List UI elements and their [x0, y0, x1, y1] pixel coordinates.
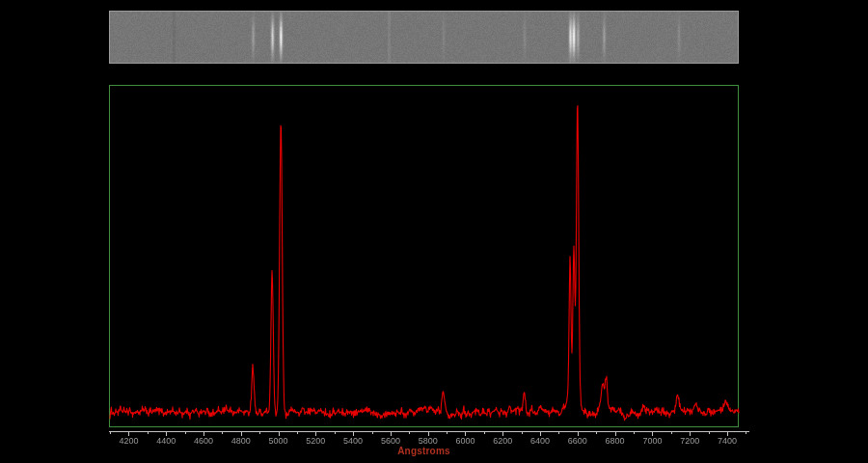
x-axis-minor-tick	[746, 432, 746, 434]
x-tick-label: 6600	[568, 436, 587, 446]
x-tick-label: 7000	[642, 436, 662, 446]
x-axis-major-tick	[540, 432, 541, 436]
x-axis-minor-tick	[484, 432, 485, 434]
x-tick-label: 7400	[718, 436, 737, 446]
x-axis-major-tick	[465, 432, 466, 436]
x-axis-major-tick	[241, 432, 242, 436]
x-axis-minor-tick	[522, 432, 523, 434]
x-axis-major-tick	[578, 432, 579, 436]
x-tick-label: 5600	[381, 436, 400, 446]
x-axis-minor-tick	[409, 432, 410, 434]
x-axis-minor-tick	[671, 432, 672, 434]
x-axis-line	[109, 431, 749, 432]
x-axis-minor-tick	[222, 432, 223, 434]
x-tick-label: 4600	[194, 436, 213, 446]
x-axis-major-tick	[353, 432, 354, 436]
x-axis-major-tick	[279, 432, 280, 436]
x-axis-major-tick	[690, 432, 691, 436]
spectroscopy-app-screen: 4200440046004800500052005400560058006000…	[0, 0, 868, 463]
x-axis-major-tick	[391, 432, 392, 436]
x-axis-major-tick	[203, 432, 204, 436]
x-axis-minor-tick	[148, 432, 149, 434]
x-tick-label: 7200	[680, 436, 699, 446]
x-tick-label: 4200	[119, 436, 138, 446]
x-axis-minor-tick	[259, 432, 260, 434]
x-axis-minor-tick	[709, 432, 710, 434]
x-axis-major-tick	[502, 432, 503, 436]
x-tick-label: 5000	[269, 436, 288, 446]
plot-frame[interactable]	[109, 85, 739, 427]
x-axis-minor-tick	[335, 432, 336, 434]
x-axis-major-tick	[315, 432, 316, 436]
x-axis-minor-tick	[297, 432, 298, 434]
x-tick-label: 5800	[419, 436, 438, 446]
x-axis-minor-tick	[110, 432, 111, 434]
x-axis-minor-tick	[372, 432, 373, 434]
x-axis-major-tick	[727, 432, 728, 436]
x-axis-minor-tick	[447, 432, 448, 434]
x-axis-minor-tick	[558, 432, 559, 434]
x-axis-minor-tick	[596, 432, 597, 434]
x-axis-minor-tick	[185, 432, 186, 434]
x-tick-label: 5200	[306, 436, 325, 446]
x-axis-major-tick	[615, 432, 616, 436]
x-tick-label: 4400	[156, 436, 176, 446]
x-tick-label: 4800	[231, 436, 251, 446]
x-axis-major-tick	[652, 432, 653, 436]
x-axis-title: Angstroms	[109, 446, 739, 456]
x-tick-label: 6200	[493, 436, 512, 446]
spectrum-strip-image	[109, 11, 739, 64]
x-axis-major-tick	[128, 432, 129, 436]
x-tick-label: 5400	[343, 436, 363, 446]
x-axis-major-tick	[166, 432, 167, 436]
x-axis-major-tick	[428, 432, 429, 436]
x-tick-label: 6400	[530, 436, 550, 446]
x-tick-label: 6800	[606, 436, 625, 446]
x-axis-minor-tick	[634, 432, 635, 434]
x-tick-label: 6000	[455, 436, 475, 446]
